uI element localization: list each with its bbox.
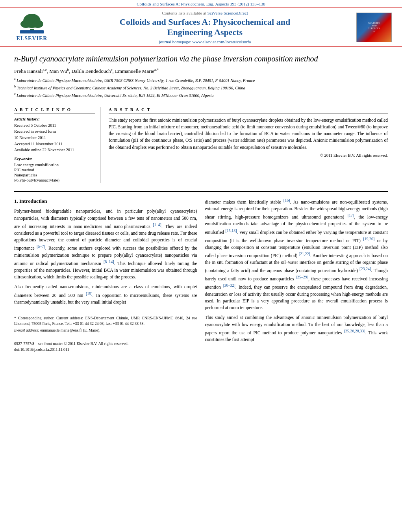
- keyword-2: PIC method: [14, 168, 95, 172]
- elsevier-logo-section: ELSEVIER: [6, 13, 57, 42]
- homepage-url: www.elsevier.com/locate/colsurfa: [192, 39, 251, 44]
- journal-header: ELSEVIER Contents lists available at Sci…: [0, 7, 402, 47]
- history-title: Article history:: [14, 117, 95, 121]
- keyword-3: Nanoparticles: [14, 173, 95, 177]
- article-info-label: A R T I C L E I N F O: [14, 107, 95, 114]
- issn-line: 0927-7757/$ – see front matter © 2011 El…: [14, 341, 197, 347]
- body-right-col: diameter makes them kinetically stable […: [205, 197, 388, 352]
- keyword-1: Low energy emulsification: [14, 163, 95, 167]
- history-received: Received 6 October 2011: [14, 123, 95, 128]
- footnotes: * Corresponding author. Current address:…: [14, 312, 197, 333]
- sciverse-anchor[interactable]: SciVerse ScienceDirect: [207, 11, 248, 15]
- journal-citation: Colloids and Surfaces A: Physicochem. En…: [137, 2, 265, 6]
- history-revised-date: 10 November 2011: [14, 135, 95, 141]
- article-title: n-Butyl cyanoacrylate miniemulsion polym…: [14, 54, 388, 64]
- abstract-text: This study reports the first anionic min…: [109, 117, 388, 151]
- abstract-label: A B S T R A C T: [109, 107, 388, 114]
- title-text: -Butyl cyanoacrylate miniemulsion polyme…: [18, 54, 318, 63]
- journal-cover-image: COLLOIDSANDSURFACESA: [356, 13, 392, 42]
- svg-rect-4: [20, 30, 44, 33]
- info-abstract-section: A R T I C L E I N F O Article history: R…: [14, 107, 388, 183]
- sciverse-link: Contents lists available at SciVerse Sci…: [61, 11, 348, 15]
- journal-name-section: Contents lists available at SciVerse Sci…: [57, 11, 352, 44]
- right-paragraph-1: diameter makes them kinetically stable […: [205, 197, 388, 311]
- keyword-4: Poly(n-butylcyanoacrylate): [14, 178, 95, 182]
- journal-homepage: journal homepage: www.elsevier.com/locat…: [61, 39, 348, 44]
- header-divider: [14, 103, 388, 103]
- affiliation-b: b Technical Institute of Physics and Che…: [14, 84, 388, 91]
- footnote-email: E-mail address: emmanuelle.marie@ens.fr …: [14, 328, 197, 333]
- authors: Freha Hansalia,c, Man Wub, Dalila Bended…: [14, 68, 388, 74]
- intro-paragraph-2: Also frequently called nano-emulsions, m…: [14, 284, 197, 306]
- journal-cover-section: COLLOIDSANDSURFACESA: [352, 13, 396, 42]
- intro-paragraph-1: Polymer-based biodegradable nanoparticle…: [14, 208, 197, 280]
- affiliations: a Laboratoire de Chimie Physique Macromo…: [14, 77, 388, 99]
- doi-line: doi:10.1016/j.colsurfa.2011.11.011: [14, 347, 197, 352]
- abstract-column: A B S T R A C T This study reports the f…: [109, 107, 388, 183]
- keywords-title: Keywords:: [14, 157, 95, 161]
- elsevier-wordmark: ELSEVIER: [17, 35, 48, 42]
- history-online: Available online 22 November 2011: [14, 147, 95, 153]
- affiliation-a: a Laboratoire de Chimie Physique Macromo…: [14, 77, 388, 83]
- footnote-corresponding: * Corresponding author. Current address:…: [14, 315, 197, 326]
- svg-point-3: [32, 20, 43, 28]
- title-italic-n: n: [14, 54, 18, 63]
- body-two-col: 1. Introduction Polymer-based biodegrada…: [14, 197, 388, 352]
- journal-title: Colloids and Surfaces A: Physicochemical…: [61, 17, 348, 38]
- journal-citation-bar: Colloids and Surfaces A: Physicochem. En…: [0, 0, 402, 7]
- main-content: n-Butyl cyanoacrylate miniemulsion polym…: [0, 47, 402, 359]
- right-paragraph-2: This study aimed at combining the advant…: [205, 314, 388, 343]
- history-accepted: Accepted 11 November 2011: [14, 141, 95, 147]
- article-history: Article history: Received 6 October 2011…: [14, 117, 95, 153]
- svg-point-2: [20, 20, 31, 28]
- history-revised-label: Received in revised form: [14, 129, 95, 134]
- body-content: 1. Introduction Polymer-based biodegrada…: [14, 191, 388, 352]
- intro-heading: 1. Introduction: [14, 197, 197, 205]
- elsevier-tree-icon: [16, 13, 48, 35]
- intro-heading-text: Introduction: [19, 198, 47, 204]
- affiliation-c: c Laboratoire de Chimie Physique Macromo…: [14, 92, 388, 98]
- copyright-line: © 2011 Elsevier B.V. All rights reserved…: [109, 153, 388, 158]
- keywords-section: Keywords: Low energy emulsification PIC …: [14, 157, 95, 182]
- body-left-col: 1. Introduction Polymer-based biodegrada…: [14, 197, 197, 352]
- article-info-column: A R T I C L E I N F O Article history: R…: [14, 107, 101, 183]
- bottom-bar: 0927-7757/$ – see front matter © 2011 El…: [14, 338, 197, 352]
- intro-heading-num: 1.: [14, 198, 18, 204]
